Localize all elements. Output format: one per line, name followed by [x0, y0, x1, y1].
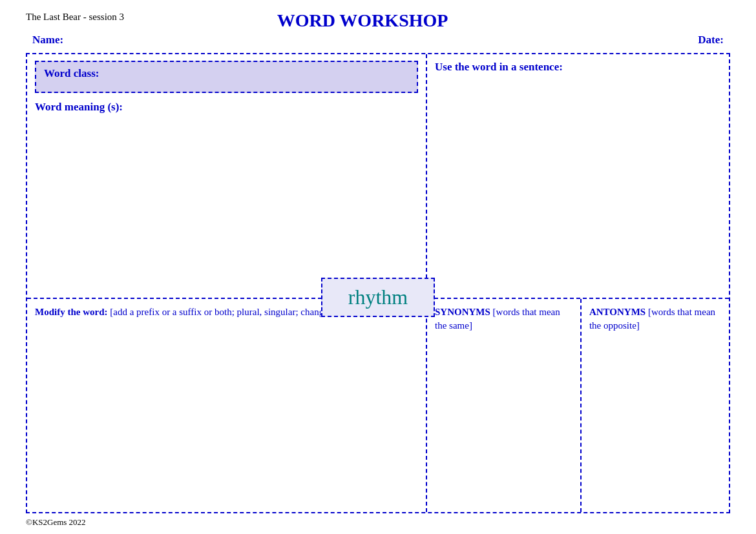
- synonyms-panel: SYNONYMS [words that mean the same]: [427, 299, 582, 512]
- top-bar: The Last Bear - session 3 WORD WORKSHOP: [26, 12, 730, 31]
- copyright: ©KS2Gems 2022: [26, 517, 86, 527]
- featured-word: rhythm: [348, 285, 408, 309]
- name-label: Name:: [32, 34, 63, 46]
- worksheet: Word class: Word meaning (s): Use the wo…: [26, 53, 730, 513]
- bottom-section: Modify the word: [add a prefix or a suff…: [27, 299, 729, 512]
- page: The Last Bear - session 3 WORD WORKSHOP …: [0, 0, 756, 534]
- footer: ©KS2Gems 2022: [26, 517, 730, 528]
- top-section: Word class: Word meaning (s): Use the wo…: [27, 54, 729, 299]
- use-word-label: Use the word in a sentence:: [435, 61, 721, 74]
- date-label: Date:: [698, 34, 724, 46]
- word-box: rhythm: [321, 278, 435, 317]
- word-class-label: Word class:: [44, 67, 99, 79]
- word-class-box[interactable]: Word class:: [35, 61, 418, 93]
- session-label: The Last Bear - session 3: [26, 12, 124, 23]
- antonyms-panel: ANTONYMS [words that mean the opposite]: [582, 299, 729, 512]
- main-title: WORD WORKSHOP: [124, 10, 601, 31]
- modify-panel: Modify the word: [add a prefix or a suff…: [27, 299, 427, 512]
- word-meaning-label: Word meaning (s):: [35, 101, 418, 114]
- name-date-row: Name: Date:: [26, 34, 730, 46]
- word-display-area: rhythm: [27, 278, 729, 317]
- left-panel: Word class: Word meaning (s):: [27, 54, 427, 298]
- right-panel: Use the word in a sentence:: [427, 54, 729, 298]
